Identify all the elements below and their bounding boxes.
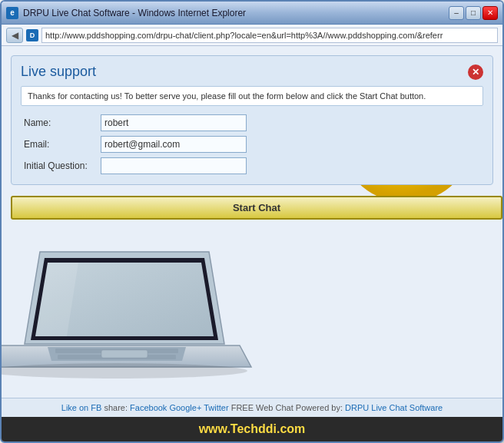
browser-icon: e <box>6 7 18 19</box>
page-icon: D <box>26 29 38 41</box>
free-label: FREE Web Chat Powered by: <box>231 403 343 412</box>
watermark-text: www.Techddi.com <box>199 422 306 436</box>
email-row: Email: <box>21 134 483 155</box>
watermark-bar: www.Techddi.com <box>2 417 502 441</box>
question-input[interactable] <box>101 157 247 174</box>
name-input[interactable] <box>101 114 247 131</box>
panel-close-button[interactable]: ✕ <box>468 64 483 80</box>
back-button[interactable]: ◀ <box>6 28 23 43</box>
name-label: Name: <box>21 112 98 134</box>
name-row: Name: <box>21 112 483 134</box>
svg-rect-22 <box>101 350 148 358</box>
like-on-fb-link[interactable]: Like on FB <box>61 403 102 412</box>
share-label: share: <box>104 403 128 412</box>
panel-title: Live support <box>21 64 96 80</box>
info-text: Thanks for contacting us! To better serv… <box>21 86 483 106</box>
question-row: Initial Question: <box>21 155 483 177</box>
live-support-panel: Live support ✕ Thanks for contacting us!… <box>11 55 493 185</box>
footer: Like on FB share: Facebook Google+ Twitt… <box>2 398 502 417</box>
main-content: Live support ✕ Thanks for contacting us!… <box>2 46 502 398</box>
browser-window: e DRPU Live Chat Software - Windows Inte… <box>0 0 504 443</box>
window-title: DRPU Live Chat Software - Windows Intern… <box>23 8 449 18</box>
address-bar: ◀ D <box>2 25 502 46</box>
question-cell <box>98 155 483 177</box>
window-close-button[interactable]: ✕ <box>482 6 498 20</box>
name-cell <box>98 112 483 134</box>
minimize-button[interactable]: – <box>449 6 464 20</box>
email-input[interactable] <box>101 136 247 153</box>
twitter-link[interactable]: Twitter <box>204 403 228 412</box>
email-cell <box>98 134 483 155</box>
form-table: Name: Email: Initial Question: <box>21 112 483 177</box>
googleplus-link[interactable]: Google+ <box>169 403 201 412</box>
title-bar: e DRPU Live Chat Software - Windows Inte… <box>2 2 502 25</box>
url-input[interactable] <box>41 28 498 43</box>
maximize-button[interactable]: □ <box>466 6 481 20</box>
software-link[interactable]: DRPU Live Chat Software <box>345 403 443 412</box>
window-controls: – □ ✕ <box>449 6 498 20</box>
footer-text: Like on FB share: Facebook Google+ Twitt… <box>61 403 443 412</box>
laptop-image <box>2 236 270 390</box>
start-chat-button[interactable]: Start Chat <box>11 196 502 220</box>
facebook-link[interactable]: Facebook <box>130 403 167 412</box>
question-label: Initial Question: <box>21 155 98 177</box>
email-label: Email: <box>21 134 98 155</box>
panel-header: Live support ✕ <box>21 64 483 80</box>
